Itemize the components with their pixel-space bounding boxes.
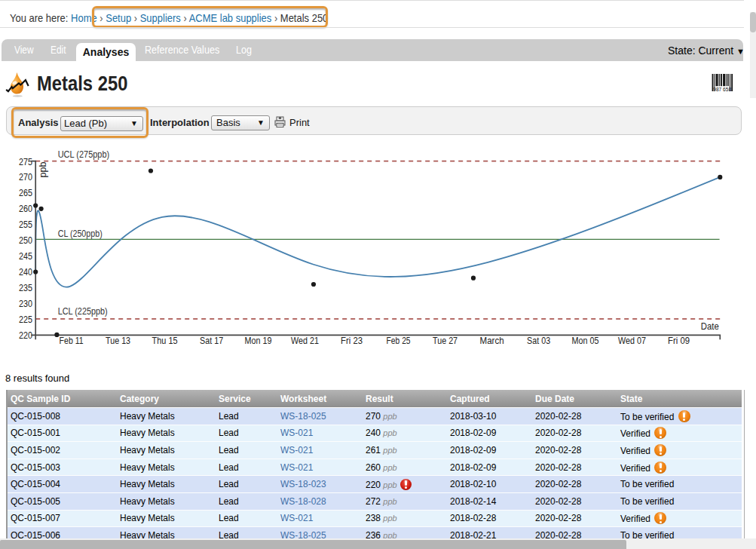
svg-text:Wed 21: Wed 21	[291, 335, 319, 346]
svg-text:220: 220	[19, 330, 32, 341]
svg-text:235: 235	[19, 282, 32, 293]
svg-text:255: 255	[19, 219, 32, 230]
svg-text:Sat 03: Sat 03	[527, 335, 550, 346]
svg-text:Fri 09: Fri 09	[668, 335, 690, 346]
svg-text:Tue 27: Tue 27	[433, 335, 458, 346]
svg-text:265: 265	[19, 187, 32, 198]
svg-text:230: 230	[19, 298, 32, 309]
svg-text:Thu 15: Thu 15	[152, 335, 178, 346]
svg-text:LCL (225ppb): LCL (225ppb)	[58, 306, 108, 317]
svg-text:Mon 05: Mon 05	[572, 335, 599, 346]
svg-text:Wed 07: Wed 07	[618, 335, 646, 346]
svg-text:Fri 23: Fri 23	[341, 335, 363, 346]
svg-text:Feb 11: Feb 11	[60, 335, 84, 346]
svg-text:UCL (275ppb): UCL (275ppb)	[58, 149, 110, 160]
svg-text:Sat 17: Sat 17	[200, 335, 223, 346]
svg-text:Date: Date	[701, 321, 719, 332]
svg-text:225: 225	[19, 314, 32, 325]
svg-text:Mon 19: Mon 19	[245, 335, 272, 346]
svg-text:March: March	[480, 335, 504, 346]
svg-text:270: 270	[19, 171, 32, 182]
svg-text:CL (250ppb): CL (250ppb)	[58, 228, 103, 239]
svg-text:Tue 13: Tue 13	[106, 335, 130, 346]
svg-text:250: 250	[19, 235, 32, 246]
svg-text:240: 240	[19, 266, 32, 278]
svg-text:275: 275	[19, 156, 32, 167]
svg-text:245: 245	[19, 250, 32, 262]
svg-text:260: 260	[19, 203, 32, 214]
svg-text:Feb 25: Feb 25	[387, 335, 411, 346]
svg-text:987 658: 987 658	[713, 86, 731, 91]
svg-text:ppb: ppb	[37, 162, 48, 178]
